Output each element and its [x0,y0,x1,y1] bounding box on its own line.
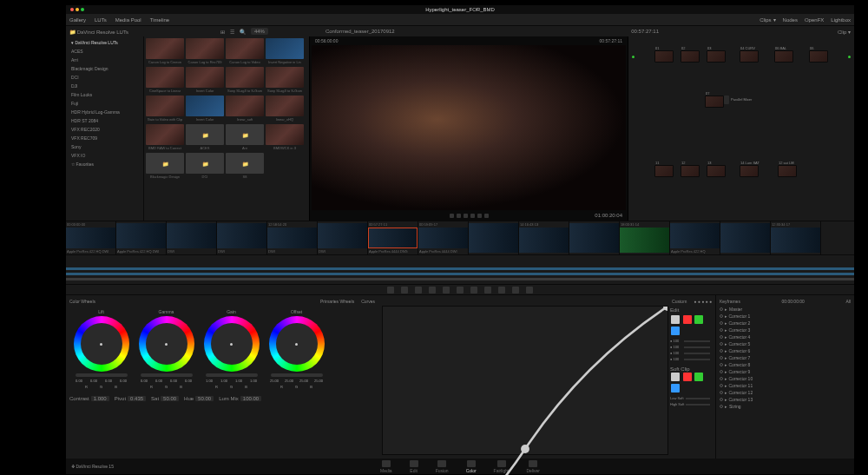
lut-thumbnail[interactable]: 📁Arri [226,124,264,151]
sidebar-item[interactable]: VFX REC709 [68,134,141,142]
play-button[interactable] [464,214,468,218]
grid-view-icon[interactable]: ⊞ [220,29,225,35]
intensity-slider[interactable]: ● 100 [670,339,710,343]
parallel-mixer-node[interactable] [724,96,729,104]
step-back-button[interactable] [457,214,461,218]
node[interactable]: 03 [707,50,726,63]
lut-thumbnail[interactable]: Gain to Video with Clip [146,96,184,122]
lut-thumbnail[interactable]: Sony SLog3 to S-Gam [226,67,264,94]
sizing-row[interactable]: ▸ Sizing [718,403,852,410]
lut-thumbnail[interactable]: linear_xHQ [266,96,304,122]
tool-icon[interactable] [484,287,491,294]
clip-thumb[interactable]: 00:57:27:11Apple ProRes 4444 DNG [368,221,418,254]
clip-thumb[interactable]: 12:58:54:20 DWI [267,221,318,254]
sidebar-item[interactable]: Blackmagic Design [68,64,141,73]
param-hue[interactable]: Hue50.00 [184,396,214,401]
clip-dropdown[interactable]: Clip ▾ [838,29,851,35]
sidebar-item[interactable]: DCI [68,73,141,82]
clip-thumb[interactable]: 00:00:00:00Apple ProRes 422 HQ DWI [66,221,116,254]
tool-icon[interactable] [470,287,477,294]
sidebar-item[interactable]: Film Looks [68,90,141,99]
node[interactable]: 11 [654,165,674,177]
lum-swatch[interactable] [671,315,680,324]
keyframe-row[interactable]: ▸ Corrector 9 [718,368,852,375]
custom-label[interactable]: Custom [672,299,687,304]
keyframe-row[interactable]: ▸ Corrector 2 [718,320,852,327]
tool-icon[interactable] [443,287,450,294]
step-fwd-button[interactable] [470,214,475,218]
clip-thumb[interactable]: 12:30:34:17 [771,221,821,254]
keyframe-row[interactable]: ▸ Corrector 8 [718,361,852,368]
node-input[interactable] [632,56,635,58]
clip-thumb[interactable] [569,221,620,254]
keyframe-row[interactable]: ▸ Corrector 1 [718,313,852,320]
sidebar-item[interactable]: VFX IO [68,151,141,160]
param-pivot[interactable]: Pivot0.435 [115,396,146,401]
clip-thumb[interactable]: DWI [167,221,217,254]
color-wheel-offset[interactable]: Offset25.0025.0025.0025.00RGB [268,309,325,389]
node[interactable]: 13 [707,165,726,177]
node[interactable]: 12 sat LM [778,165,797,177]
keyframe-row[interactable]: ▸ Corrector 10 [718,375,852,382]
lut-thumbnail[interactable]: 📁ACES [186,124,224,151]
clip-thumb[interactable]: Apple ProRes 422 HQ DWI [116,221,167,254]
lut-thumbnail[interactable]: BMDWCK in 3 [266,124,304,151]
keyframe-row[interactable]: ▸ Corrector 3 [718,327,852,333]
list-view-icon[interactable]: ☰ [230,29,234,35]
lut-thumbnail[interactable]: Canon Log to Cineon [146,38,184,65]
sidebar-item[interactable]: HDR Hybrid Log-Gamma [68,108,141,116]
lut-folder[interactable]: 📁S8 [226,153,264,180]
tool-icon[interactable] [429,287,436,294]
tool-icon[interactable] [387,287,394,294]
gallery-button[interactable]: Gallery [69,17,86,23]
node-editor[interactable]: Parallel Mixer 01020304 CURV06 BAL060711… [628,36,854,221]
lowsoft-slider[interactable] [686,398,710,399]
sc-lum[interactable] [671,373,680,381]
param-contrast[interactable]: Contrast1.000 [69,396,109,401]
lut-thumbnail[interactable]: Invert Negative in Lin [266,38,304,65]
green-swatch[interactable] [694,315,703,324]
intensity-slider[interactable]: ● 100 [670,351,710,355]
curve-graph[interactable] [382,306,668,455]
red-swatch[interactable] [683,315,692,324]
sc-red[interactable] [683,373,692,381]
sidebar-item[interactable]: ACES [68,47,141,56]
intensity-slider[interactable]: ● 100 [670,357,710,361]
param-lum mix[interactable]: Lum Mix100.00 [219,396,261,401]
lightbox-button[interactable]: Lightbox [831,16,851,23]
sc-blue[interactable] [671,384,680,393]
lut-thumbnail[interactable]: linear_soft [226,96,264,122]
keyframe-row[interactable]: ▸ Corrector 5 [718,340,852,347]
sidebar-item[interactable]: Fuji [68,99,141,108]
sidebar-item[interactable]: DJI [68,82,141,90]
keyframe-row[interactable]: ▸ Corrector 6 [718,347,852,354]
zoom-level[interactable]: 44% [251,28,268,35]
tool-icon[interactable] [457,287,464,294]
node[interactable]: 14 Lum SAT [740,165,759,177]
openfx-button[interactable]: OpenFX [805,16,824,23]
next-clip-button[interactable] [477,214,482,218]
mini-timeline[interactable] [66,255,854,285]
sidebar-item[interactable]: VFX REC2020 [68,125,141,134]
lut-thumbnail[interactable]: Invert Color [186,67,224,94]
node[interactable]: 02 [681,50,700,63]
mediapool-button[interactable]: Media Pool [115,17,141,23]
clip-thumb[interactable]: 00:59:09:17Apple ProRes 4444 DWI [418,221,469,254]
clip-thumb[interactable]: 14:16:43:13 [519,221,569,254]
search-icon[interactable]: 🔍 [240,29,246,35]
tool-icon[interactable] [512,287,519,294]
sidebar-item[interactable]: ▾ DaVinci Resolve LUTs [68,38,141,47]
node[interactable]: 07 [705,96,724,108]
sidebar-item[interactable]: Sony [68,142,141,151]
node[interactable]: 06 [809,50,828,63]
node[interactable]: 04 CURV [740,50,759,63]
node[interactable]: 01 [654,50,674,63]
intensity-slider[interactable]: ● 100 [670,345,710,349]
color-wheel-lift[interactable]: Lift0.000.000.000.00RGB [73,309,129,389]
breadcrumb[interactable]: 📁 DaVinci Resolve LUTs [69,29,128,35]
keyframe-row[interactable]: ▸ Corrector 12 [718,389,852,396]
luts-button[interactable]: LUTs [95,17,107,23]
node[interactable]: 12 [681,165,700,177]
lut-folder[interactable]: 📁DCI [186,153,224,180]
prev-clip-button[interactable] [450,214,454,218]
